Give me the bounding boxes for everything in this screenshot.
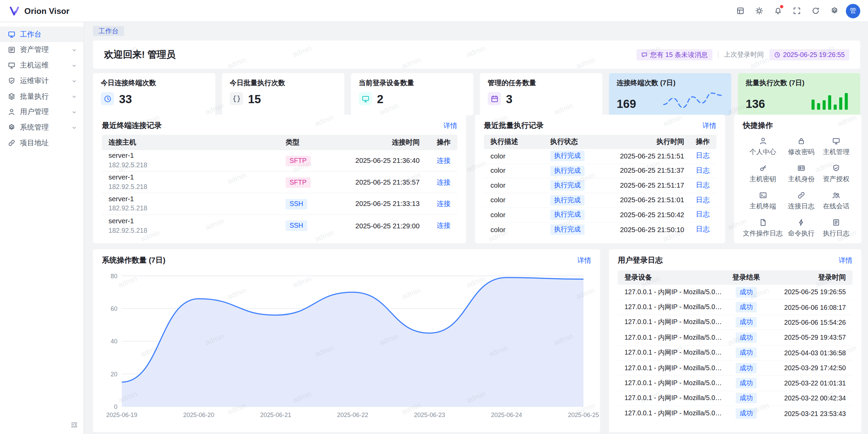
breadcrumb-tab-workbench[interactable]: 工作台 xyxy=(93,26,124,36)
svg-text:60: 60 xyxy=(111,305,117,312)
chevron-down-icon xyxy=(70,47,78,53)
exec-desc: color xyxy=(491,152,550,160)
stat-card-managed-tasks: 管理的任务数量 3 xyxy=(480,73,603,115)
result-tag: 成功 xyxy=(736,378,757,389)
welcome-right: 您有 15 条未读消息 上次登录时间 2025-06-25 19:26:55 xyxy=(636,49,849,60)
stat-card-login-devices: 当前登录设备数量 2 xyxy=(351,73,473,115)
refresh-icon[interactable] xyxy=(808,4,823,18)
stat-card-today-connections: 今日连接终端次数 33 xyxy=(93,73,215,115)
log-link[interactable]: 日志 xyxy=(696,226,710,233)
chart-detail-link[interactable]: 详情 xyxy=(577,256,591,265)
connect-link[interactable]: 连接 xyxy=(437,178,451,186)
orion-visor-logo-icon xyxy=(9,5,20,17)
login-row: 127.0.0.1 - 内网IP - Mozilla/5.0 (Windows … xyxy=(618,330,852,345)
divider xyxy=(718,51,718,58)
sidebar-item-system-management[interactable]: 系统管理 xyxy=(0,120,84,135)
exec-time: 2025-06-25 21:50:10 xyxy=(601,226,684,234)
theme-sun-icon[interactable] xyxy=(752,4,766,18)
login-device: 127.0.0.1 - 内网IP - Mozilla/5.0 (Windows … xyxy=(625,303,728,312)
sidebar-item-user-management[interactable]: 用户管理 xyxy=(0,104,84,120)
terminal-sparkline xyxy=(662,91,724,110)
chevron-down-icon xyxy=(70,62,78,69)
sidebar: 工作台 资产管理 主机运维 运维审计 批量执行 xyxy=(0,22,84,434)
connect-link[interactable]: 连接 xyxy=(437,222,451,229)
layout-icon[interactable] xyxy=(733,4,747,18)
status-tag: 执行完成 xyxy=(550,166,585,176)
connect-time: 2025-06-25 21:35:57 xyxy=(326,178,420,186)
stat-title: 当前登录设备数量 xyxy=(359,79,466,88)
batch-row: color 执行完成 2025-06-25 21:50:10 日志 xyxy=(484,223,716,237)
col-host: 连接主机 xyxy=(108,138,285,147)
host-ip: 182.92.5.218 xyxy=(108,226,285,234)
quick-item-host-terminal[interactable]: 主机终端 xyxy=(743,191,783,211)
sidebar-collapse-button[interactable] xyxy=(70,421,79,430)
quick-item-host-keys[interactable]: 主机密钥 xyxy=(743,164,783,184)
sidebar-item-project-link[interactable]: 项目地址 xyxy=(0,135,84,151)
type-tag: SFTP xyxy=(285,177,310,188)
sidebar-item-host-ops[interactable]: 主机运维 xyxy=(0,58,84,73)
monitor-icon xyxy=(359,92,372,105)
stat-title: 批量执行次数 (7日) xyxy=(746,79,852,88)
quick-item-command-exec[interactable]: 命令执行 xyxy=(785,218,817,238)
fullscreen-icon[interactable] xyxy=(789,4,804,18)
terminal-connections-panel: 最近终端连接记录 详情 连接主机 类型 连接时间 操作 server-1182.… xyxy=(93,115,466,243)
login-row: 127.0.0.1 - 内网IP - Mozilla/5.0 (Windows … xyxy=(618,345,852,361)
status-tag: 执行完成 xyxy=(550,210,585,220)
quick-item-asset-grant[interactable]: 资产授权 xyxy=(820,164,852,184)
quick-item-connect-log[interactable]: 连接日志 xyxy=(785,191,817,211)
connect-link[interactable]: 连接 xyxy=(437,200,451,208)
log-link[interactable]: 日志 xyxy=(696,181,710,189)
sidebar-item-label: 工作台 xyxy=(20,30,42,39)
exec-desc: color xyxy=(491,226,550,234)
result-tag: 成功 xyxy=(736,393,757,403)
settings-gear-icon[interactable] xyxy=(827,4,841,18)
notification-bell-icon[interactable] xyxy=(771,4,785,18)
col-time: 连接时间 xyxy=(326,138,420,147)
sidebar-item-batch-exec[interactable]: 批量执行 xyxy=(0,89,84,104)
user-avatar[interactable]: 管 xyxy=(846,4,860,18)
log-link[interactable]: 日志 xyxy=(696,211,710,219)
terminal-row: server-1182.92.5.218 SFTP 2025-06-25 21:… xyxy=(102,172,457,193)
batch-row: color 执行完成 2025-06-25 21:50:42 日志 xyxy=(484,208,716,222)
quick-item-online-sessions[interactable]: 在线会话 xyxy=(820,191,852,211)
svg-text:2025-06-20: 2025-06-20 xyxy=(183,412,214,418)
quick-item-personal-center[interactable]: 个人中心 xyxy=(743,137,783,157)
layers-icon xyxy=(8,93,16,100)
sidebar-item-workbench[interactable]: 工作台 xyxy=(0,26,84,42)
login-detail-link[interactable]: 详情 xyxy=(839,256,852,265)
quick-item-file-op-log[interactable]: 文件操作日志 xyxy=(743,218,783,238)
stat-card-batch-7d: 批量执行次数 (7日) 136 xyxy=(738,73,860,115)
batch-detail-link[interactable]: 详情 xyxy=(703,121,716,131)
svg-text:20: 20 xyxy=(111,371,117,378)
terminal-detail-link[interactable]: 详情 xyxy=(443,121,457,131)
host-ip: 182.92.5.218 xyxy=(108,183,285,191)
welcome-banner: 欢迎回来! 管理员 您有 15 条未读消息 上次登录时间 2025-06-25 … xyxy=(93,40,860,69)
result-tag: 成功 xyxy=(736,363,757,373)
svg-text:40: 40 xyxy=(111,338,117,345)
quick-actions-panel: 快捷操作 个人中心 修改密码 主机管理 主机密钥 主机身份 资产授权 主机终端 … xyxy=(734,115,862,243)
log-link[interactable]: 日志 xyxy=(696,152,710,160)
log-link[interactable]: 日志 xyxy=(696,167,710,174)
log-link[interactable]: 日志 xyxy=(696,196,710,204)
quick-item-host-identity[interactable]: 主机身份 xyxy=(785,164,817,184)
sidebar-item-ops-audit[interactable]: 运维审计 xyxy=(0,73,84,89)
app-title: Orion Visor xyxy=(24,6,70,16)
exec-time: 2025-06-25 21:51:37 xyxy=(601,167,684,175)
quick-item-host-management[interactable]: 主机管理 xyxy=(820,137,852,157)
stat-value: 15 xyxy=(248,93,261,104)
stat-value: 3 xyxy=(506,93,512,104)
stat-title: 今日连接终端次数 xyxy=(101,79,208,88)
login-time: 2025-03-22 01:01:31 xyxy=(765,379,846,387)
bottom-row: 系统操作数量 (7日) 详情 0204060802025-06-192025-0… xyxy=(93,249,860,432)
sidebar-item-asset-management[interactable]: 资产管理 xyxy=(0,42,84,58)
batch-row: color 执行完成 2025-06-25 21:51:01 日志 xyxy=(484,193,716,208)
id-card-icon xyxy=(797,164,805,172)
shield-icon xyxy=(8,77,16,85)
quick-item-change-password[interactable]: 修改密码 xyxy=(785,137,817,157)
last-login-time: 2025-06-25 19:26:55 xyxy=(783,49,845,60)
connect-link[interactable]: 连接 xyxy=(437,156,451,164)
svg-text:2025-06-24: 2025-06-24 xyxy=(491,412,522,418)
quick-item-exec-log[interactable]: 执行日志 xyxy=(820,218,852,238)
unread-messages-badge[interactable]: 您有 15 条未读消息 xyxy=(636,49,712,60)
stat-title: 今日批量执行次数 xyxy=(230,79,337,88)
